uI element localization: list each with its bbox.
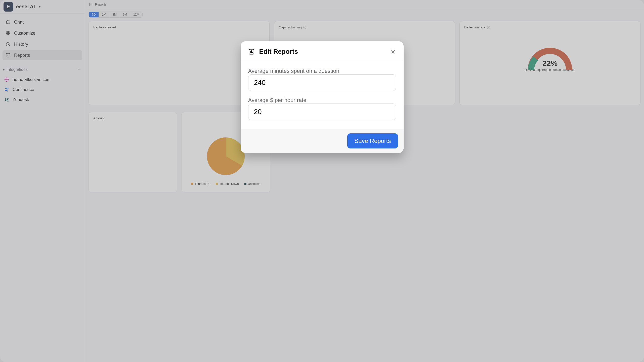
avg-rate-input[interactable] [248, 104, 396, 120]
modal-body: Average minutes spent on a question Aver… [241, 61, 404, 129]
save-reports-button[interactable]: Save Reports [347, 133, 398, 148]
modal-title: Edit Reports [259, 48, 385, 56]
edit-reports-modal: Edit Reports Average minutes spent on a … [241, 41, 404, 153]
avg-rate-label: Average $ per hour rate [248, 97, 396, 104]
avg-minutes-input[interactable] [248, 74, 396, 91]
modal-overlay[interactable]: Edit Reports Average minutes spent on a … [0, 0, 644, 362]
close-icon[interactable] [390, 49, 396, 55]
reports-icon [248, 48, 255, 55]
modal-header: Edit Reports [241, 41, 404, 61]
modal-footer: Save Reports [241, 129, 404, 153]
avg-minutes-label: Average minutes spent on a question [248, 68, 396, 74]
